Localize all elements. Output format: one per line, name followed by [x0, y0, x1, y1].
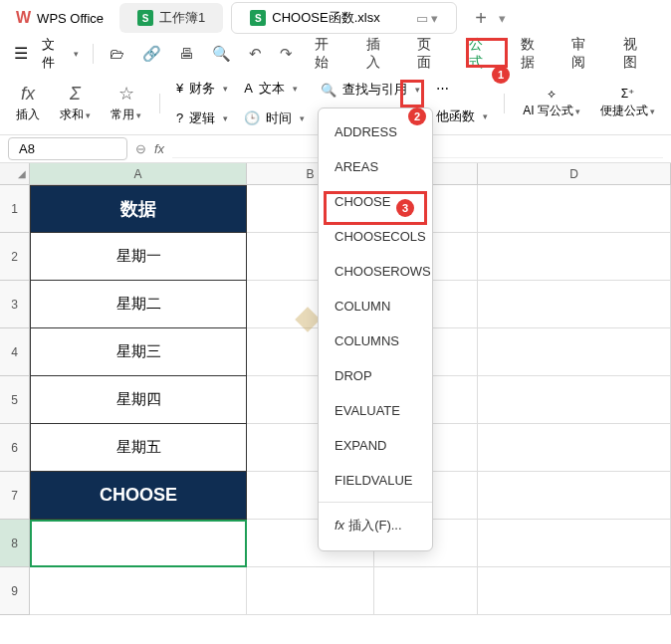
col-header-A[interactable]: A — [30, 163, 247, 185]
tab-label: 工作簿1 — [159, 9, 205, 27]
tab-insert[interactable]: 插入 — [354, 28, 406, 80]
finance-icon: ¥ — [176, 81, 183, 96]
sigma-icon: Σ — [70, 84, 81, 105]
hamburger-icon[interactable]: ☰ — [8, 40, 34, 67]
fn-evaluate[interactable]: EVALUATE — [319, 393, 432, 428]
divider — [159, 94, 160, 113]
search-icon: 🔍 — [321, 83, 336, 98]
cell-A6[interactable]: 星期五 — [30, 424, 247, 472]
new-tab-button[interactable]: + — [469, 7, 493, 30]
app-name: WPS Office — [37, 11, 104, 26]
undo-icon[interactable]: ↶ — [241, 39, 270, 69]
tab-dropdown-icon[interactable]: ▾ — [499, 11, 506, 26]
text-icon: A — [244, 81, 253, 96]
cell-A2[interactable]: 星期一 — [30, 233, 247, 281]
divider — [93, 44, 94, 64]
fn-fieldvalue[interactable]: FIELDVALUE — [319, 463, 432, 498]
zoom-icon[interactable]: ⊖ — [135, 141, 146, 156]
other-fn-button[interactable]: 他函数▾ — [430, 104, 494, 129]
fn-choose[interactable]: CHOOSE — [319, 184, 432, 219]
finance-button[interactable]: ¥ 财务▾ — [170, 76, 234, 102]
share-icon[interactable]: 🔗 — [134, 39, 169, 69]
sheet-icon: S — [137, 10, 153, 26]
tab-data[interactable]: 数据 — [509, 28, 560, 80]
menubar: ☰ 文件▾ 🗁 🔗 🖶 🔍 ↶ ↷ 开始 插入 页面 公式 数据 审阅 视图 — [0, 36, 671, 72]
star-icon: ☆ — [118, 83, 134, 105]
app-logo[interactable]: W WPS Office — [8, 5, 112, 31]
workbook-tab-1[interactable]: S 工作簿1 — [119, 3, 223, 33]
more-button[interactable]: ⋯ — [430, 77, 494, 100]
clock-icon: 🕒 — [244, 110, 260, 125]
fn-choosecols[interactable]: CHOOSECOLS — [319, 219, 432, 254]
ai-formula-button[interactable]: ⟡ AI 写公式▾ — [515, 85, 588, 121]
row-header-7[interactable]: 7 — [0, 472, 30, 520]
cell-A4[interactable]: 星期三 — [30, 328, 247, 376]
logic-icon: ? — [176, 110, 183, 125]
open-icon[interactable]: 🗁 — [102, 39, 132, 68]
logic-button[interactable]: ? 逻辑▾ — [170, 106, 234, 131]
row-header-1[interactable]: 1 — [0, 185, 30, 233]
common-button[interactable]: ☆ 常用▾ — [103, 81, 149, 125]
cell-A1[interactable]: 数据 — [30, 185, 247, 233]
tab-review[interactable]: 审阅 — [559, 28, 611, 80]
datetime-button[interactable]: 🕒 时间▾ — [238, 106, 311, 131]
tab-label: CHOOSE函数.xlsx — [272, 9, 379, 27]
sheet-icon: S — [250, 10, 266, 26]
cell-A8[interactable] — [30, 520, 247, 567]
wps-logo-icon: W — [16, 9, 31, 27]
separator — [319, 502, 432, 503]
sigma-plus-icon: Σ⁺ — [621, 87, 634, 101]
tab-page[interactable]: 页面 — [405, 28, 457, 80]
redo-icon[interactable]: ↷ — [272, 39, 301, 69]
fn-drop[interactable]: DROP — [319, 358, 432, 393]
tab-start[interactable]: 开始 — [303, 28, 354, 80]
lookup-functions-dropdown: ADDRESS AREAS CHOOSE CHOOSECOLS CHOOSERO… — [318, 107, 433, 551]
divider — [504, 94, 505, 113]
window-controls-icon[interactable]: ▭ ▾ — [416, 11, 439, 26]
row-header-3[interactable]: 3 — [0, 281, 30, 328]
row-header-9[interactable]: 9 — [0, 567, 30, 615]
cell-A7[interactable]: CHOOSE — [30, 472, 247, 520]
fn-expand[interactable]: EXPAND — [319, 428, 432, 463]
row-header-8[interactable]: 8 — [0, 520, 30, 567]
fn-column[interactable]: COLUMN — [319, 289, 432, 323]
cell-A9[interactable] — [30, 567, 247, 615]
annotation-badge-3: 3 — [396, 199, 414, 217]
col-header-D[interactable]: D — [478, 163, 671, 185]
fn-chooserows[interactable]: CHOOSEROWS — [319, 254, 432, 289]
cell-D1[interactable] — [478, 185, 671, 233]
cell-A5[interactable]: 星期四 — [30, 376, 247, 424]
menu-tabs: 开始 插入 页面 公式 数据 审阅 视图 — [303, 28, 663, 80]
fx-icon[interactable]: fx — [154, 141, 164, 156]
insert-function-item[interactable]: fx插入(F)... — [319, 507, 432, 544]
cell-A3[interactable]: 星期二 — [30, 281, 247, 328]
sum-button[interactable]: Σ 求和▾ — [52, 82, 99, 125]
text-button[interactable]: A 文本▾ — [238, 76, 311, 102]
row-header-2[interactable]: 2 — [0, 233, 30, 281]
fx-icon: fx — [21, 84, 35, 105]
file-menu[interactable]: 文件▾ — [36, 32, 85, 76]
tab-view[interactable]: 视图 — [611, 28, 663, 80]
annotation-badge-1: 1 — [492, 66, 510, 84]
annotation-badge-2: 2 — [408, 107, 426, 125]
row-header-5[interactable]: 5 — [0, 376, 30, 424]
fn-columns[interactable]: COLUMNS — [319, 323, 432, 358]
more-icon: ⋯ — [436, 81, 449, 96]
quick-formula-button[interactable]: Σ⁺ 便捷公式▾ — [592, 85, 663, 121]
fn-areas[interactable]: AREAS — [319, 149, 432, 184]
cell-reference-input[interactable] — [8, 137, 127, 160]
select-all-corner[interactable]: ◢ — [0, 163, 30, 185]
print-icon[interactable]: 🖶 — [171, 39, 202, 68]
ai-icon: ⟡ — [548, 87, 556, 101]
insert-function-button[interactable]: fx 插入 — [8, 82, 48, 125]
row-header-6[interactable]: 6 — [0, 424, 30, 472]
lookup-button[interactable]: 🔍 查找与引用▾ — [315, 77, 426, 103]
row-header-4[interactable]: 4 — [0, 328, 30, 376]
preview-icon[interactable]: 🔍 — [204, 39, 239, 69]
